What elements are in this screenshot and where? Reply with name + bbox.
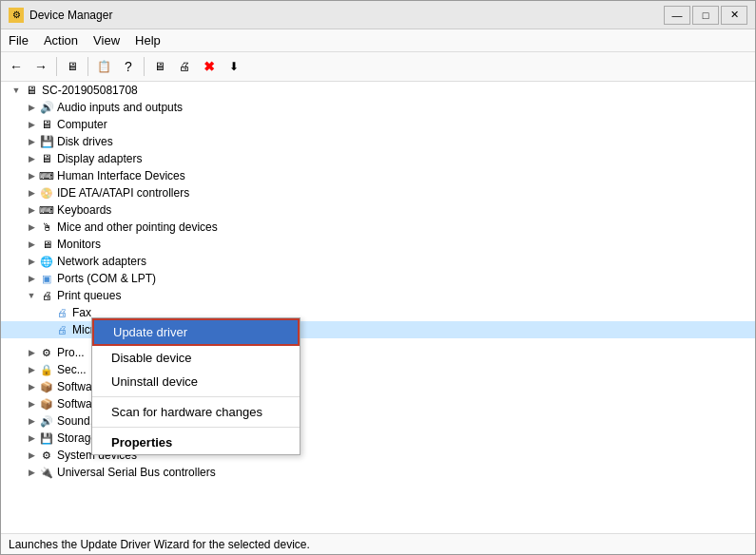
list-item[interactable]: ▶ 🔌 Universal Serial Bus controllers bbox=[1, 464, 755, 481]
ctx-properties[interactable]: Properties bbox=[92, 431, 300, 454]
title-bar-left: ⚙ Device Manager bbox=[9, 8, 112, 23]
expander[interactable]: ▶ bbox=[24, 465, 39, 480]
expander[interactable]: ▶ bbox=[24, 168, 39, 183]
list-item[interactable]: ▶ 💾 Disk drives bbox=[1, 133, 755, 150]
ctx-disable-device[interactable]: Disable device bbox=[92, 346, 300, 370]
list-item[interactable]: ▶ 🖥 Computer bbox=[1, 116, 755, 133]
tree-item-label: Monitors bbox=[57, 238, 101, 251]
usb-icon: 🔌 bbox=[39, 465, 54, 480]
expander[interactable]: ▶ bbox=[24, 448, 39, 463]
menu-action[interactable]: Action bbox=[36, 31, 86, 49]
expander[interactable]: ▶ bbox=[24, 220, 39, 235]
device-list-button[interactable]: 📋 bbox=[92, 55, 115, 78]
device-tree[interactable]: ▼ 🖥 SC-201905081708 ▶ 🔊 Audio inputs and… bbox=[1, 82, 755, 533]
expander[interactable]: ▶ bbox=[24, 134, 39, 149]
expander[interactable]: ▶ bbox=[24, 185, 39, 201]
display-icon: 🖥 bbox=[39, 151, 54, 166]
back-button[interactable]: ← bbox=[5, 55, 28, 78]
toolbar-separator-2 bbox=[87, 57, 88, 76]
tree-item-label: Universal Serial Bus controllers bbox=[57, 466, 216, 479]
ide-icon: 📀 bbox=[39, 185, 54, 201]
root-label: SC-201905081708 bbox=[42, 84, 138, 97]
expander[interactable]: ▶ bbox=[24, 362, 39, 377]
audio-icon: 🔊 bbox=[39, 100, 54, 115]
expander[interactable]: ▶ bbox=[24, 151, 39, 166]
tree-item-label: Sec... bbox=[57, 363, 87, 376]
tree-item-label: Ports (COM & LPT) bbox=[57, 272, 156, 285]
expander[interactable]: ▼ bbox=[24, 288, 39, 303]
tree-item-label: Pro... bbox=[57, 346, 85, 359]
swdev-icon: 📦 bbox=[39, 396, 54, 411]
expander[interactable]: ▶ bbox=[24, 396, 39, 411]
expander[interactable]: ▶ bbox=[24, 271, 39, 286]
expander[interactable]: ▶ bbox=[24, 379, 39, 394]
monitor-icon: 🖥 bbox=[39, 237, 54, 252]
expander[interactable]: ▶ bbox=[24, 237, 39, 252]
content-area: ▼ 🖥 SC-201905081708 ▶ 🔊 Audio inputs and… bbox=[1, 82, 755, 533]
tree-item-label: Display adapters bbox=[57, 152, 142, 165]
close-button[interactable]: ✕ bbox=[721, 6, 747, 25]
proc-icon: ⚙ bbox=[39, 345, 54, 360]
expander[interactable]: ▶ bbox=[24, 202, 39, 218]
menu-file[interactable]: File bbox=[1, 31, 36, 49]
tree-item-label: Computer bbox=[57, 118, 107, 131]
toolbar-separator-1 bbox=[56, 57, 57, 76]
tree-item-label: Print queues bbox=[57, 289, 121, 302]
display-button[interactable]: 🖥 bbox=[148, 55, 171, 78]
tree-item-label: Audio inputs and outputs bbox=[57, 101, 183, 114]
sw-icon: 📦 bbox=[39, 379, 54, 394]
list-item[interactable]: ▶ 🖥 Display adapters bbox=[1, 150, 755, 167]
ctx-scan-hardware[interactable]: Scan for hardware changes bbox=[92, 400, 300, 424]
list-item[interactable]: ▶ ⌨ Keyboards bbox=[1, 201, 755, 219]
ctx-uninstall-device[interactable]: Uninstall device bbox=[92, 370, 300, 393]
minimize-button[interactable]: — bbox=[664, 6, 690, 25]
sec-icon: 🔒 bbox=[39, 362, 54, 377]
tree-item-label: Disk drives bbox=[57, 135, 113, 148]
tree-item-label: IDE ATA/ATAPI controllers bbox=[57, 186, 189, 200]
list-item[interactable]: ▶ ⌨ Human Interface Devices bbox=[1, 167, 755, 184]
expander[interactable]: ▶ bbox=[24, 413, 39, 429]
maximize-button[interactable]: □ bbox=[692, 6, 719, 25]
window-controls: — □ ✕ bbox=[664, 6, 747, 25]
forward-button[interactable]: → bbox=[29, 55, 52, 78]
list-item[interactable]: ▶ ▣ Ports (COM & LPT) bbox=[1, 270, 755, 287]
tree-item-label: Keyboards bbox=[57, 203, 111, 217]
toolbar-separator-3 bbox=[144, 57, 145, 76]
menu-help[interactable]: Help bbox=[127, 31, 168, 49]
list-item[interactable]: ▼ 🖨 Print queues bbox=[1, 287, 755, 304]
computer-button[interactable]: 🖥 bbox=[61, 55, 84, 78]
expander[interactable]: ▶ bbox=[24, 254, 39, 269]
port-icon: ▣ bbox=[39, 271, 54, 286]
tree-root[interactable]: ▼ 🖥 SC-201905081708 bbox=[1, 82, 755, 99]
print-button[interactable]: 🖨 bbox=[173, 55, 196, 78]
ctx-separator-1 bbox=[92, 396, 300, 397]
menu-bar: File Action View Help bbox=[1, 29, 755, 52]
remove-button[interactable]: ✖ bbox=[198, 55, 221, 78]
tree-item-label: Human Interface Devices bbox=[57, 169, 185, 182]
ctx-update-driver[interactable]: Update driver bbox=[92, 318, 300, 346]
context-menu: Update driver Disable device Uninstall d… bbox=[91, 317, 300, 455]
app-icon: ⚙ bbox=[9, 8, 24, 23]
expander[interactable]: ▶ bbox=[24, 100, 39, 115]
root-expander[interactable]: ▼ bbox=[9, 83, 24, 98]
expander[interactable]: ▶ bbox=[24, 431, 39, 446]
fax-icon: 🖨 bbox=[54, 305, 69, 320]
list-item[interactable]: ▶ 🖱 Mice and other pointing devices bbox=[1, 219, 755, 236]
disk-icon: 💾 bbox=[39, 134, 54, 149]
ctx-separator-2 bbox=[92, 427, 300, 428]
list-item[interactable]: ▶ 🌐 Network adapters bbox=[1, 253, 755, 270]
scan-button[interactable]: ⬇ bbox=[223, 55, 245, 78]
help-button[interactable]: ? bbox=[117, 55, 140, 78]
keyboard-icon: ⌨ bbox=[39, 202, 54, 218]
network-icon: 🌐 bbox=[39, 254, 54, 269]
window-title: Device Manager bbox=[29, 9, 112, 22]
list-item[interactable]: ▶ 📀 IDE ATA/ATAPI controllers bbox=[1, 184, 755, 201]
menu-view[interactable]: View bbox=[86, 31, 127, 49]
expander[interactable]: ▶ bbox=[24, 345, 39, 360]
expander[interactable]: ▶ bbox=[24, 117, 39, 132]
list-item[interactable]: ▶ 🔊 Audio inputs and outputs bbox=[1, 99, 755, 116]
list-item[interactable]: ▶ 🖥 Monitors bbox=[1, 236, 755, 253]
storage-icon: 💾 bbox=[39, 431, 54, 446]
sound-icon: 🔊 bbox=[39, 413, 54, 429]
tree-item-label: Network adapters bbox=[57, 255, 146, 268]
